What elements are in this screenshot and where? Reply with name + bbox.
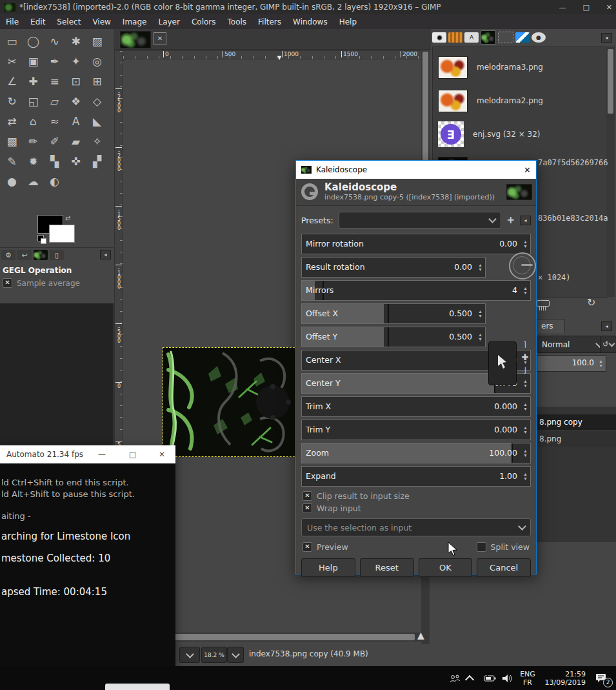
clip-checkbox[interactable]: ✕ — [303, 491, 312, 501]
opacity-spin-arrows[interactable]: ▴▾ — [596, 356, 606, 371]
slider-result-rotation[interactable]: Result rotation0.00▴▾ — [301, 257, 486, 278]
tool-unified-transform-icon[interactable]: ⊞ — [86, 71, 108, 91]
tool-handle-transform-icon[interactable]: ❖ — [65, 91, 86, 111]
chevron-up-icon[interactable] — [462, 666, 477, 690]
preview-checkbox[interactable]: ✕ — [303, 542, 312, 552]
layers-dock-menu-icon[interactable]: ◂ — [601, 321, 612, 331]
image-tab-icon[interactable] — [34, 250, 48, 260]
menu-image[interactable]: Image — [117, 15, 153, 28]
tool-options-tab-icon[interactable]: ⚙ — [1, 250, 15, 260]
tool-mypaint-brush-icon[interactable]: ✹ — [23, 151, 44, 171]
brushes-tab-icon[interactable] — [432, 32, 446, 43]
clip-checkbox-row[interactable]: ✕ Clip result to input size — [303, 491, 530, 501]
layers-tab[interactable]: ers — [537, 319, 565, 333]
tool-warp-icon[interactable]: ≈ — [44, 111, 65, 131]
slider-offset-x[interactable]: Offset X0.500▴▾ — [301, 303, 486, 324]
dock-menu-icon[interactable]: ◂ — [100, 250, 111, 259]
slider-trim-x[interactable]: Trim X0.000▴▾ — [301, 396, 531, 417]
opacity-slider[interactable]: 100.0 ▴▾ — [537, 355, 606, 372]
add-preset-icon[interactable]: + — [506, 214, 515, 226]
slider-spin-arrows[interactable]: ▴▾ — [475, 304, 485, 323]
tool-move-icon[interactable]: ✚ — [23, 71, 44, 91]
wrap-checkbox[interactable]: ✕ — [303, 503, 312, 513]
minimize-button[interactable]: — — [559, 3, 566, 12]
wrap-checkbox-row[interactable]: ✕ Wrap input — [303, 503, 530, 513]
history-scrollbar[interactable] — [606, 46, 615, 297]
fg-bg-colors[interactable]: ⇄ — [0, 212, 114, 247]
slider-offset-y[interactable]: Offset Y0.500▴▾ — [301, 327, 486, 347]
layer-mode-dropdown[interactable]: Normal — [537, 336, 608, 353]
slider-spin-arrows[interactable]: ▴▾ — [475, 327, 485, 347]
tool-rectangle-select-icon[interactable]: ▭ — [1, 31, 23, 51]
tool-bucket-fill-icon[interactable]: ◣ — [86, 111, 108, 131]
tool-cage-transform-icon[interactable]: ⌂ — [23, 111, 44, 131]
unit-dropdown[interactable] — [179, 647, 200, 663]
tool-crop-icon[interactable]: ⊡ — [65, 71, 86, 91]
clear-history-shredder-icon[interactable] — [535, 299, 551, 312]
tool-blur-icon[interactable]: ● — [1, 171, 23, 191]
tool-color-picker-icon[interactable]: ✦ — [65, 51, 86, 71]
slider-spin-arrows[interactable]: ▴▾ — [521, 281, 530, 300]
language-indicator[interactable]: ENGFR — [516, 666, 539, 690]
notification-icon[interactable]: 2 — [588, 666, 614, 690]
tool-ink-icon[interactable]: ✎ — [1, 151, 23, 171]
history-item[interactable]: Eenj.svg (32 × 32) — [435, 118, 610, 150]
tool-text-icon[interactable]: A — [65, 111, 86, 131]
slider-spin-arrows[interactable]: ▴▾ — [521, 467, 530, 486]
dialog-titlebar[interactable]: Kaleidoscope ✕ — [296, 161, 536, 179]
slider-expand[interactable]: Expand1.00▴▾ — [301, 466, 531, 487]
automato-titlebar[interactable]: Automato 21.34 fps — □ ✕ — [0, 445, 175, 463]
fonts-tab-icon[interactable]: A — [464, 32, 479, 43]
menu-file[interactable]: File — [0, 15, 25, 28]
background-color-swatch[interactable] — [49, 225, 75, 243]
battery-icon[interactable] — [480, 666, 499, 690]
slider-spin-arrows[interactable]: ▴▾ — [521, 443, 530, 463]
sample-average-checkbox[interactable]: ✕ — [3, 278, 12, 288]
tool-fuzzy-select-icon[interactable]: ✱ — [65, 31, 86, 51]
slider-spin-arrows[interactable]: ▴▾ — [475, 258, 485, 277]
tool-foreground-select-icon[interactable]: ▣ — [23, 51, 44, 71]
tool-align-icon[interactable]: ≡ — [44, 71, 65, 91]
refresh-icon[interactable]: ↻ — [587, 296, 595, 309]
tool-eraser-icon[interactable]: ▰ — [65, 131, 86, 151]
tool-measure-icon[interactable]: ∠ — [1, 71, 23, 91]
ok-button[interactable]: OK — [419, 558, 473, 577]
presets-menu-icon[interactable]: ◂ — [520, 216, 531, 225]
preview-checkbox-row[interactable]: ✕ Preview — [303, 542, 348, 552]
slider-zoom[interactable]: Zoom100.00▴▾ — [301, 443, 531, 463]
history-scrollbar-thumb[interactable] — [608, 49, 613, 114]
tool-shear-icon[interactable]: ▱ — [44, 91, 65, 111]
canvas-image[interactable] — [163, 347, 298, 457]
input-source-dropdown[interactable]: Use the selection as input — [301, 518, 531, 536]
split-view-checkbox-row[interactable]: ✕ Split view — [477, 542, 530, 552]
dialog-close-icon[interactable]: ✕ — [524, 165, 531, 175]
menu-edit[interactable]: Edit — [25, 15, 51, 28]
zoom-value[interactable]: 18.2 % — [201, 647, 227, 663]
menu-colors[interactable]: Colors — [186, 15, 222, 28]
people-icon[interactable] — [446, 666, 463, 690]
help-button[interactable]: Help — [301, 558, 355, 577]
menu-help[interactable]: Help — [333, 15, 363, 28]
tool-gradient-icon[interactable]: ▩ — [1, 131, 23, 151]
split-view-checkbox[interactable]: ✕ — [477, 542, 486, 552]
presets-dropdown[interactable] — [339, 212, 502, 228]
swap-colors-icon[interactable]: ⇄ — [65, 214, 70, 221]
gimp-titlebar[interactable]: *[index7538] (imported)-2.0 (RGB color 8… — [0, 0, 616, 14]
navigation-icon[interactable]: ▲ — [417, 630, 424, 640]
tool-free-select-icon[interactable]: ∿ — [44, 31, 65, 51]
menu-layer[interactable]: Layer — [152, 15, 185, 28]
menu-filters[interactable]: Filters — [252, 15, 287, 28]
tool-rotate-icon[interactable]: ↻ — [1, 91, 23, 111]
gradients-tab-icon[interactable] — [515, 32, 530, 43]
tool-flip-icon[interactable]: ⇄ — [1, 111, 23, 131]
rotation-dial[interactable] — [509, 252, 536, 279]
tool-heal-icon[interactable]: ✜ — [65, 151, 86, 171]
tool-zoom-icon[interactable]: ◎ — [86, 51, 108, 71]
zoom-dropdown[interactable] — [227, 647, 244, 663]
automato-close-icon[interactable]: ✕ — [159, 450, 165, 459]
offset-pointer-button[interactable] — [488, 341, 517, 385]
image-tab-thumbnail[interactable] — [120, 31, 151, 48]
tool-paths-icon[interactable]: ✒ — [44, 51, 65, 71]
tool-perspective-icon[interactable]: ◇ — [86, 91, 108, 111]
automato-maximize-icon[interactable]: □ — [129, 450, 136, 459]
